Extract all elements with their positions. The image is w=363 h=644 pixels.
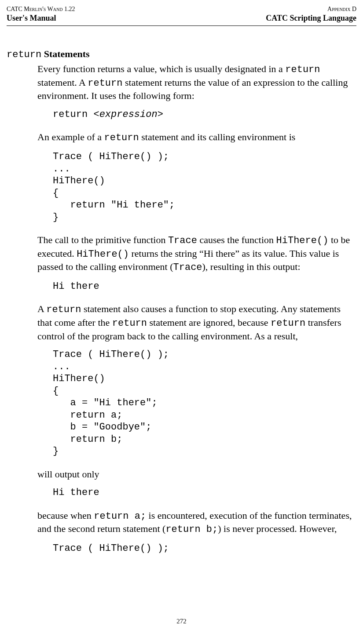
header-appendix: Appendix D xyxy=(327,5,356,13)
code-block-example2: Trace ( HiThere() ); ... HiThere() { a =… xyxy=(53,349,356,458)
code-block-example1: Trace ( HiThere() ); ... HiThere() { ret… xyxy=(53,151,356,223)
p4-text3: statement are ignored, because xyxy=(147,317,271,328)
p1-code1: return xyxy=(285,64,320,75)
header-manual-title: User's Manual xyxy=(7,13,56,23)
section-heading: return Statements xyxy=(7,48,356,62)
paragraph-5: will output only xyxy=(37,468,354,481)
p3-text2: causes the function xyxy=(197,234,276,245)
p3-code2: HiThere() xyxy=(276,235,329,246)
paragraph-2: An example of a return statement and its… xyxy=(37,131,354,145)
p3-text5: ), resulting in this output: xyxy=(202,261,301,272)
paragraph-1: Every function returns a value, which is… xyxy=(37,63,354,102)
page-number: 272 xyxy=(7,617,356,626)
p2-text1: An example of a xyxy=(37,131,104,142)
page-header: CATC Merlin's Wand 1.22 Appendix D User'… xyxy=(7,5,356,26)
cb1-italic: expression xyxy=(99,109,158,120)
paragraph-3: The call to the primitive function Trace… xyxy=(37,234,354,274)
p6-code2: return b; xyxy=(165,524,218,535)
code-block-output1: Hi there xyxy=(53,280,356,293)
p1-code2: return xyxy=(88,78,122,89)
p3-text1: The call to the primitive function xyxy=(37,234,168,245)
p2-text2: statement and its calling environment is xyxy=(139,131,296,142)
code-block-example3: Trace ( HiThere() ); xyxy=(53,542,356,555)
p6-text1: because when xyxy=(37,510,94,521)
paragraph-4: A return statement also causes a functio… xyxy=(37,303,354,342)
p4-code3: return xyxy=(271,318,305,329)
header-row-top: CATC Merlin's Wand 1.22 Appendix D xyxy=(7,5,356,13)
code-block-output2: Hi there xyxy=(53,487,356,499)
cb1-part2: > xyxy=(158,109,163,120)
section-heading-code: return xyxy=(7,49,41,60)
p3-code4: Trace xyxy=(173,262,202,273)
cb1-part1: return < xyxy=(53,109,99,120)
p1-text1: Every function returns a value, which is… xyxy=(37,63,285,74)
p4-code2: return xyxy=(112,318,147,329)
p6-code1: return a; xyxy=(94,511,146,522)
p4-text1: A xyxy=(37,303,46,314)
header-product-version: CATC Merlin's Wand 1.22 xyxy=(7,5,75,13)
p2-code1: return xyxy=(104,132,139,143)
p6-text3: ) is never processed. However, xyxy=(218,523,337,534)
header-language-title: CATC Scripting Language xyxy=(266,13,356,23)
header-row-bottom: User's Manual CATC Scripting Language xyxy=(7,13,356,23)
p3-code1: Trace xyxy=(168,235,197,246)
section-heading-bold: Statements xyxy=(41,48,89,59)
p1-text2: statement. A xyxy=(37,77,88,88)
p3-code3: HiThere() xyxy=(77,249,129,260)
code-block-syntax: return <expression> xyxy=(53,109,356,121)
p4-code1: return xyxy=(46,304,81,315)
paragraph-6: because when return a; is encountered, e… xyxy=(37,509,354,536)
